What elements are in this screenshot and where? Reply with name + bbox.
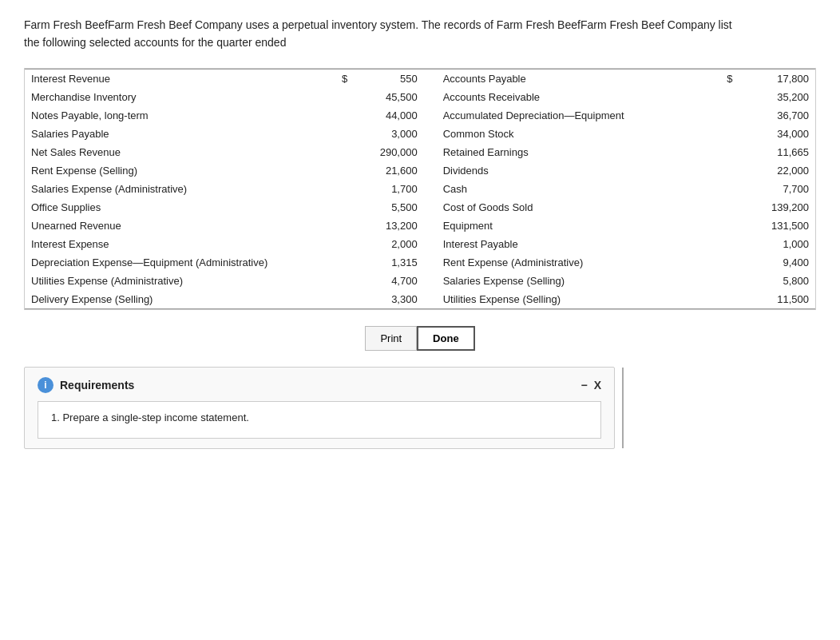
requirement-item-1: 1. Prepare a single-step income statemen… [51, 411, 588, 423]
left-dollar [329, 106, 349, 125]
right-label: Salaries Expense (Selling) [430, 272, 714, 290]
right-dollar [714, 180, 734, 198]
right-label: Common Stock [430, 125, 714, 143]
table-row: Merchandise Inventory 45,500 Accounts Re… [25, 88, 815, 106]
table-row: Unearned Revenue 13,200 Equipment 131,50… [25, 217, 815, 235]
table-row: Notes Payable, long-term 44,000 Accumula… [25, 106, 815, 125]
left-dollar [329, 272, 349, 290]
right-value: 139,200 [734, 198, 815, 217]
left-label: Unearned Revenue [25, 217, 329, 235]
left-value: 13,200 [349, 217, 430, 235]
requirements-header: i Requirements − X [38, 377, 601, 393]
right-value: 5,800 [734, 272, 815, 290]
table-row: Depreciation Expense—Equipment (Administ… [25, 253, 815, 272]
left-label: Merchandise Inventory [25, 88, 329, 106]
right-label: Rent Expense (Administrative) [430, 253, 714, 272]
right-dollar [714, 235, 734, 253]
left-value: 1,315 [349, 253, 430, 272]
left-label: Office Supplies [25, 198, 329, 217]
print-button[interactable]: Print [365, 326, 417, 351]
left-label: Depreciation Expense—Equipment (Administ… [25, 253, 329, 272]
right-value: 22,000 [734, 161, 815, 180]
left-dollar: $ [329, 69, 349, 88]
right-value: 35,200 [734, 88, 815, 106]
left-value: 3,300 [349, 290, 430, 309]
right-value: 131,500 [734, 217, 815, 235]
right-dollar [714, 290, 734, 309]
done-button[interactable]: Done [417, 326, 475, 351]
right-dollar [714, 88, 734, 106]
right-value: 9,400 [734, 253, 815, 272]
left-value: 44,000 [349, 106, 430, 125]
right-label: Cost of Goods Sold [430, 198, 714, 217]
table-row: Salaries Expense (Administrative) 1,700 … [25, 180, 815, 198]
button-row: Print Done [24, 326, 816, 351]
right-dollar [714, 253, 734, 272]
left-value: 550 [349, 69, 430, 88]
left-label: Rent Expense (Selling) [25, 161, 329, 180]
left-dollar [329, 253, 349, 272]
right-value: 1,000 [734, 235, 815, 253]
left-dollar [329, 217, 349, 235]
right-value: 36,700 [734, 106, 815, 125]
right-label: Accumulated Depreciation—Equipment [430, 106, 714, 125]
left-dollar [329, 180, 349, 198]
right-dollar [714, 125, 734, 143]
right-dollar [714, 143, 734, 161]
requirements-title: Requirements [60, 379, 134, 392]
table-row: Delivery Expense (Selling) 3,300 Utiliti… [25, 290, 815, 309]
right-value: 34,000 [734, 125, 815, 143]
vertical-line [622, 368, 624, 448]
right-dollar [714, 272, 734, 290]
left-dollar [329, 290, 349, 309]
left-value: 5,500 [349, 198, 430, 217]
right-value: 11,665 [734, 143, 815, 161]
table-row: Salaries Payable 3,000 Common Stock 34,0… [25, 125, 815, 143]
right-dollar [714, 217, 734, 235]
left-dollar [329, 161, 349, 180]
header-controls: − X [580, 379, 601, 392]
left-label: Salaries Payable [25, 125, 329, 143]
left-label: Utilities Expense (Administrative) [25, 272, 329, 290]
left-value: 3,000 [349, 125, 430, 143]
header-text: Farm Fresh BeefFarm Fresh Beef Company u… [24, 16, 743, 52]
right-dollar [714, 161, 734, 180]
table-row: Rent Expense (Selling) 21,600 Dividends … [25, 161, 815, 180]
requirements-title-area: i Requirements [38, 377, 134, 393]
left-label: Net Sales Revenue [25, 143, 329, 161]
right-dollar [714, 106, 734, 125]
left-value: 45,500 [349, 88, 430, 106]
close-button[interactable]: X [594, 379, 601, 392]
left-label: Interest Expense [25, 235, 329, 253]
table-row: Interest Revenue $ 550 Accounts Payable … [25, 69, 815, 88]
left-dollar [329, 235, 349, 253]
requirements-body: 1. Prepare a single-step income statemen… [38, 401, 601, 439]
right-label: Accounts Payable [430, 69, 714, 88]
left-dollar [329, 143, 349, 161]
left-label: Notes Payable, long-term [25, 106, 329, 125]
left-value: 2,000 [349, 235, 430, 253]
table-row: Interest Expense 2,000 Interest Payable … [25, 235, 815, 253]
right-label: Equipment [430, 217, 714, 235]
requirements-panel: i Requirements − X 1. Prepare a single-s… [24, 367, 615, 449]
left-value: 1,700 [349, 180, 430, 198]
right-label: Dividends [430, 161, 714, 180]
right-dollar [714, 198, 734, 217]
left-dollar [329, 88, 349, 106]
left-dollar [329, 198, 349, 217]
right-label: Interest Payable [430, 235, 714, 253]
table-row: Office Supplies 5,500 Cost of Goods Sold… [25, 198, 815, 217]
right-label: Cash [430, 180, 714, 198]
minimize-button[interactable]: − [580, 379, 587, 392]
left-label: Salaries Expense (Administrative) [25, 180, 329, 198]
right-dollar: $ [714, 69, 734, 88]
left-label: Delivery Expense (Selling) [25, 290, 329, 309]
right-label: Utilities Expense (Selling) [430, 290, 714, 309]
table-row: Utilities Expense (Administrative) 4,700… [25, 272, 815, 290]
right-label: Retained Earnings [430, 143, 714, 161]
left-label: Interest Revenue [25, 69, 329, 88]
right-value: 7,700 [734, 180, 815, 198]
table-row: Net Sales Revenue 290,000 Retained Earni… [25, 143, 815, 161]
info-icon: i [38, 377, 53, 393]
right-label: Accounts Receivable [430, 88, 714, 106]
